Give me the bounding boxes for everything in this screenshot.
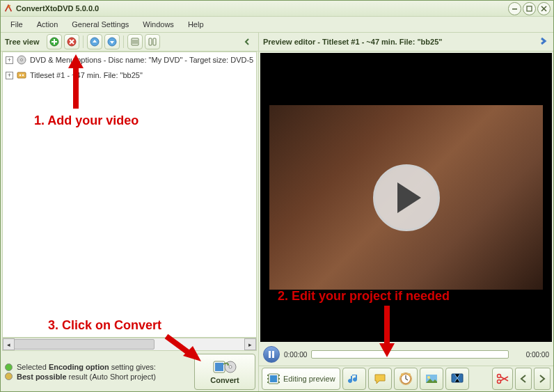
tree-row-titleset[interactable]: + Titleset #1 - ~47 min. File: "bb25" bbox=[3, 68, 256, 83]
remove-button[interactable] bbox=[64, 34, 79, 49]
svg-rect-24 bbox=[270, 375, 277, 382]
convert-button[interactable]: Convert bbox=[194, 354, 255, 390]
amber-dot-icon bbox=[5, 373, 13, 380]
tab-chapters[interactable] bbox=[394, 368, 418, 390]
move-up-button[interactable] bbox=[87, 34, 102, 49]
image-icon bbox=[425, 372, 438, 386]
svg-point-36 bbox=[427, 376, 430, 379]
svg-point-22 bbox=[229, 366, 232, 368]
convert-button-label: Convert bbox=[210, 376, 239, 384]
close-button[interactable] bbox=[537, 2, 551, 15]
tree-hscrollbar[interactable]: ◂ ▸ bbox=[2, 338, 257, 351]
add-button[interactable] bbox=[47, 34, 62, 49]
music-icon bbox=[347, 372, 361, 386]
status-box: Selected Encoding option setting gives: … bbox=[2, 354, 257, 390]
menu-action[interactable]: Action bbox=[31, 19, 64, 30]
separator bbox=[123, 36, 124, 48]
film-icon bbox=[267, 372, 280, 386]
scroll-right-icon[interactable]: ▸ bbox=[244, 338, 256, 350]
tree-row-label: Titleset #1 - ~47 min. File: "bb25" bbox=[30, 71, 143, 79]
tab-output[interactable] bbox=[445, 368, 469, 390]
clock-icon bbox=[399, 372, 413, 386]
time-end: 0:00:00 bbox=[513, 351, 549, 359]
app-window: ConvertXtoDVD 5.0.0.0 File Action Genera… bbox=[0, 0, 554, 392]
svg-rect-16 bbox=[17, 72, 26, 78]
subtitle-icon bbox=[373, 372, 387, 386]
menubar: File Action General Settings Windows Hel… bbox=[1, 17, 553, 33]
right-pane: Preview editor - Titleset #1 - ~47 min. … bbox=[259, 33, 553, 391]
titleset-icon bbox=[16, 70, 27, 81]
menu-windows[interactable]: Windows bbox=[137, 19, 180, 30]
app-icon bbox=[3, 3, 13, 13]
titlebar: ConvertXtoDVD 5.0.0.0 bbox=[1, 1, 553, 17]
tree-toolbar bbox=[47, 34, 160, 49]
tree-header-label: Tree view bbox=[5, 38, 40, 46]
body: Tree view bbox=[1, 33, 553, 391]
svg-rect-12 bbox=[149, 38, 152, 45]
svg-point-17 bbox=[19, 75, 21, 76]
svg-rect-25 bbox=[267, 375, 269, 376]
view-tree-button[interactable] bbox=[145, 34, 160, 49]
menu-file[interactable]: File bbox=[5, 19, 29, 30]
svg-rect-13 bbox=[153, 38, 156, 45]
svg-point-18 bbox=[22, 75, 24, 76]
minimize-button[interactable] bbox=[508, 2, 521, 15]
tab-subtitles[interactable] bbox=[368, 368, 392, 390]
scroll-thumb[interactable] bbox=[14, 339, 155, 350]
prev-button[interactable] bbox=[515, 368, 532, 390]
menu-help[interactable]: Help bbox=[182, 19, 209, 30]
svg-point-39 bbox=[498, 375, 501, 378]
tree-row-label: DVD & Menu options - Disc name: "My DVD"… bbox=[30, 56, 253, 64]
view-list-button[interactable] bbox=[127, 34, 143, 49]
tree-row-dvd-options[interactable]: + DVD & Menu options - Disc name: "My DV… bbox=[3, 52, 256, 68]
editor-tabs: Editing preview bbox=[259, 366, 553, 391]
play-icon bbox=[397, 182, 421, 213]
tab-image[interactable] bbox=[420, 368, 443, 390]
tree-header: Tree view bbox=[1, 33, 258, 52]
cut-button[interactable] bbox=[492, 368, 513, 390]
preview-header: Preview editor - Titleset #1 - ~47 min. … bbox=[259, 33, 553, 52]
transport-bar: 0:00:00 0:00:00 bbox=[259, 343, 553, 366]
svg-rect-28 bbox=[278, 375, 280, 376]
screen-icon bbox=[450, 372, 464, 386]
preview-area[interactable] bbox=[260, 53, 552, 342]
svg-rect-30 bbox=[278, 382, 280, 383]
left-pane: Tree view bbox=[1, 33, 259, 391]
scissors-icon bbox=[496, 372, 509, 386]
tab-label: Editing preview bbox=[283, 375, 335, 383]
svg-rect-26 bbox=[267, 378, 269, 379]
svg-point-15 bbox=[21, 59, 23, 61]
play-overlay-button[interactable] bbox=[373, 164, 440, 231]
tab-editing-preview[interactable]: Editing preview bbox=[262, 368, 340, 390]
expand-icon[interactable]: + bbox=[6, 72, 13, 79]
next-button[interactable] bbox=[534, 368, 551, 390]
convert-icon bbox=[213, 359, 237, 375]
dvd-icon bbox=[16, 54, 27, 65]
tree-view[interactable]: + DVD & Menu options - Disc name: "My DV… bbox=[2, 52, 257, 338]
pause-button[interactable] bbox=[263, 346, 280, 363]
preview-header-label: Preview editor - Titleset #1 - ~47 min. … bbox=[263, 38, 534, 46]
status-text: Selected Encoding option setting gives: … bbox=[17, 362, 190, 382]
svg-point-40 bbox=[498, 380, 501, 384]
green-dot-icon bbox=[5, 363, 13, 371]
progress-slider[interactable] bbox=[311, 350, 509, 359]
collapse-left-icon[interactable] bbox=[240, 35, 254, 49]
maximize-button[interactable] bbox=[523, 2, 536, 15]
menu-general-settings[interactable]: General Settings bbox=[66, 19, 134, 30]
time-start: 0:00:00 bbox=[284, 351, 307, 359]
expand-right-icon[interactable] bbox=[538, 36, 549, 47]
move-down-button[interactable] bbox=[104, 34, 120, 49]
svg-rect-27 bbox=[267, 382, 269, 383]
svg-point-34 bbox=[401, 373, 404, 376]
separator bbox=[83, 36, 84, 48]
window-buttons bbox=[508, 2, 551, 15]
expand-icon[interactable]: + bbox=[6, 56, 13, 64]
window-title: ConvertXtoDVD 5.0.0.0 bbox=[16, 4, 508, 13]
svg-rect-29 bbox=[278, 378, 280, 379]
scroll-left-icon[interactable]: ◂ bbox=[3, 338, 15, 350]
svg-rect-1 bbox=[527, 6, 532, 11]
tab-audio[interactable] bbox=[342, 368, 366, 390]
svg-point-33 bbox=[408, 373, 411, 376]
quality-indicator-icon bbox=[5, 363, 13, 380]
svg-rect-20 bbox=[215, 363, 223, 371]
